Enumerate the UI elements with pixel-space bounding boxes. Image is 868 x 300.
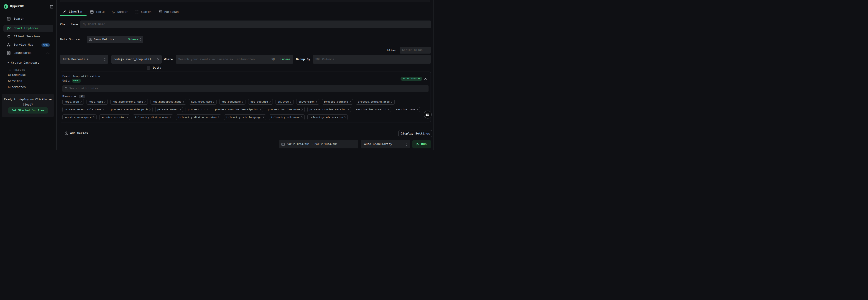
svg-text:2: 2 xyxy=(113,12,114,14)
svg-text:3: 3 xyxy=(114,11,115,13)
svg-text:1: 1 xyxy=(282,144,283,145)
